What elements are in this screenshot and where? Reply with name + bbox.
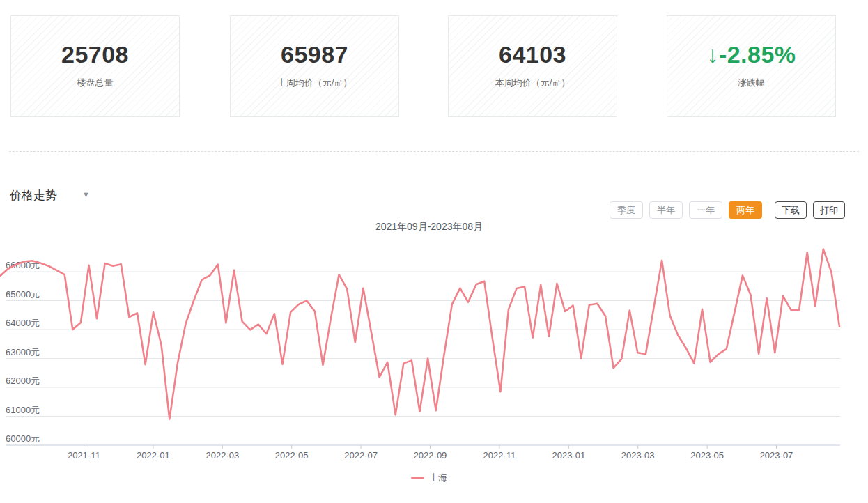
x-axis-label: 2022-01	[137, 450, 170, 461]
down-arrow-icon: ↓	[706, 41, 719, 68]
page-title: 价格走势	[10, 187, 57, 203]
range-button-half-year[interactable]: 半年	[649, 201, 683, 219]
chart-date-range-title: 2021年09月-2023年08月	[0, 221, 858, 233]
y-axis-label: 60000元	[6, 433, 40, 444]
chevron-down-icon[interactable]: ▼	[82, 190, 90, 199]
chart-legend[interactable]: 上海	[0, 471, 858, 485]
range-button-two-years[interactable]: 两年	[729, 201, 762, 219]
stat-value: 25708	[11, 41, 179, 68]
x-axis-label: 2022-03	[206, 450, 239, 461]
download-button[interactable]: 下载	[775, 201, 807, 219]
stat-card-last-week-avg: 65987 上周均价（元/㎡）	[230, 15, 399, 117]
print-button[interactable]: 打印	[813, 201, 845, 219]
legend-label: 上海	[429, 472, 447, 484]
x-axis-label: 2023-07	[760, 450, 793, 461]
y-axis-label: 61000元	[6, 405, 40, 415]
stat-card-this-week-avg: 64103 本周均价（元/㎡）	[448, 15, 617, 117]
chart-toolbar: 季度 半年 一年 两年 下载 打印	[603, 201, 845, 219]
y-axis-label: 64000元	[6, 318, 40, 328]
price-line-series	[0, 249, 839, 419]
range-button-one-year[interactable]: 一年	[689, 201, 722, 219]
x-axis-label: 2022-09	[414, 450, 447, 461]
stat-label: 上周均价（元/㎡）	[231, 77, 398, 89]
stat-label: 涨跌幅	[667, 77, 835, 89]
stat-change: ↓-2.85%	[667, 41, 835, 68]
stat-value: 65987	[231, 41, 398, 68]
x-axis-label: 2023-01	[552, 450, 585, 461]
y-axis-label: 65000元	[6, 289, 40, 300]
y-axis-label: 63000元	[6, 347, 40, 357]
legend-line-marker	[411, 477, 424, 479]
range-button-quarter[interactable]: 季度	[610, 201, 643, 219]
x-axis-label: 2022-11	[483, 450, 516, 461]
x-axis-label: 2023-05	[690, 450, 724, 461]
price-trend-chart[interactable]: 60000元61000元62000元63000元64000元65000元6600…	[0, 237, 868, 467]
x-axis-label: 2022-07	[344, 450, 378, 461]
y-axis-label: 62000元	[6, 376, 40, 386]
x-axis-label: 2023-03	[621, 450, 655, 461]
stat-value: -2.85%	[719, 41, 796, 68]
stat-label: 本周均价（元/㎡）	[449, 77, 617, 89]
x-axis-label: 2021-11	[68, 450, 100, 461]
section-divider	[9, 151, 859, 152]
x-axis-label: 2022-05	[275, 450, 309, 461]
stat-card-change-rate: ↓-2.85% 涨跌幅	[667, 15, 836, 117]
stat-card-total-listings: 25708 楼盘总量	[10, 15, 180, 117]
real-estate-dashboard: 25708 楼盘总量 65987 上周均价（元/㎡） 64103 本周均价（元/…	[0, 0, 868, 503]
stat-label: 楼盘总量	[11, 77, 179, 89]
stat-value: 64103	[449, 41, 617, 68]
